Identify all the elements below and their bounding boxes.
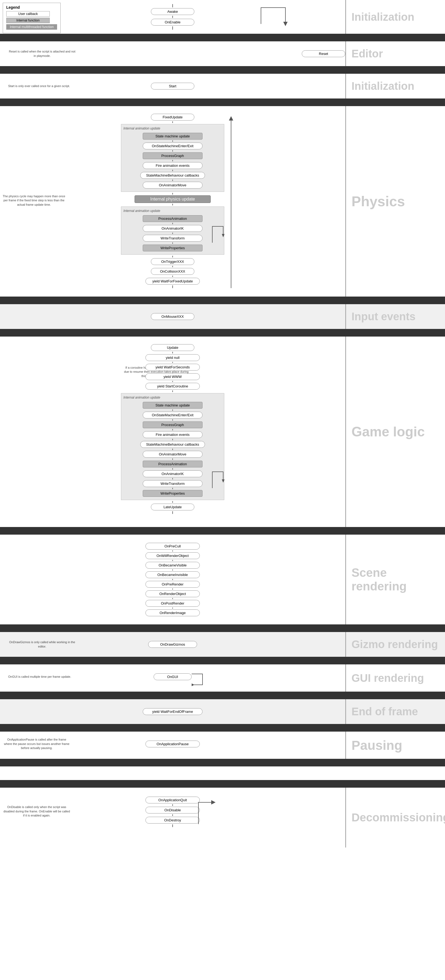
svg-marker-2 [222,479,225,483]
node-onprecull: OnPreCull [146,543,200,550]
divider-3 [0,99,445,106]
decommissioning-diagram: OnDisable is called only when the script… [0,788,345,848]
node-onbecamevisible: OnBecameVisible [146,562,200,569]
node-yieldwaitforseconds: yield WaitForSeconds [146,364,200,371]
inner-box-animation2: Internal animation update ProcessAnimati… [121,207,224,255]
divider-2 [0,66,445,74]
divider-8 [0,657,445,664]
section-endofframe: yield WaitForEndOfFrame End of frame [0,699,445,724]
node-onanimatormove1: OnAnimatorMove [143,182,203,189]
node-update: Update [151,344,194,351]
legend-item-user: User callback [6,11,57,17]
divider-9 [0,692,445,699]
section-initialization2: Start is only ever called once for a giv… [0,74,445,99]
section-label-input: Input events [345,304,445,329]
node-fixedupdate: FixedUpdate [151,114,194,121]
node-reset: Reset [302,50,345,57]
node-yieldstartcoroutine: yield StartCoroutine [146,383,200,390]
node-yieldwaitforendofframe: yield WaitForEndOfFrame [143,708,203,715]
node-onanimatorik-game: OnAnimatorIK [143,471,203,477]
node-onanimatormove-game: OnAnimatorMove [143,451,203,458]
legend-title: Legend [6,5,57,10]
node-start: Start [151,83,194,89]
node-lateupdate: LateUpdate [151,504,194,511]
node-oncollisionxxx: OnCollisionXXX [151,268,194,275]
guirendering-diagram: OnGUI is called multiple time per frame … [0,664,345,692]
node-statemachinebehaviourcallbacks-game: StateMachineBehaviour callbacks [140,441,205,448]
node-onwillrenderobject: OnWillRenderObject [146,552,200,559]
section-label-decommissioning: Decommissioning [345,788,445,848]
section-pausing: OnApplicationPause is called after the f… [0,732,445,759]
node-writetransform-game: WriteTransform [143,480,203,487]
node-onmousexxx: OnMouseXXX [151,313,194,320]
node-onapplicationquit: OnApplicationQuit [146,797,200,803]
node-onrenderimage: OnRenderImage [146,609,200,616]
divider-10 [0,724,445,732]
gamelogic-diagram: Update If a coroutine has yielded previo… [0,337,345,527]
node-processanimation1: ProcessAnimation [143,215,203,222]
section-gamelogic: Update If a coroutine has yielded previo… [0,337,445,527]
inner-box-animation-game: Internal animation update State machine … [121,393,224,500]
editor-diagram: Reset is called when the script is attac… [0,41,345,66]
inner-box-animation-game-label: Internal animation update [124,396,222,399]
node-processgraph1: ProcessGraph [143,152,203,159]
section-guirendering: OnGUI is called multiple time per frame … [0,664,445,692]
section-label-init2: Initialization [345,74,445,99]
spacer [0,767,445,780]
node-onbecameinvisible: OnBecameInvisible [146,571,200,578]
section-label-editor: Editor [345,41,445,66]
init-loop-arrow [258,5,291,27]
divider-1 [0,34,445,41]
node-internalphysicsupdate: Internal physics update [135,195,211,203]
divider-6 [0,527,445,535]
section-label-pausing: Pausing [345,732,445,759]
section-editor: Reset is called when the script is attac… [0,41,445,66]
scenerendering-diagram: OnPreCull OnWillRenderObject OnBecameVis… [0,535,345,624]
node-yieldwaitforfixedupdate: yield WaitForFixedUpdate [146,278,200,285]
legend-box-multithreaded: Internal multithreaded function [6,24,57,30]
node-fireanimationevents-game: Fire animation events [143,431,203,438]
init2-note: Start is only ever called once for a giv… [8,84,70,88]
section-decommissioning: OnDisable is called only when the script… [0,788,445,848]
init2-diagram: Start is only ever called once for a giv… [0,74,345,99]
svg-marker-3 [192,683,194,686]
pausing-note: OnApplicationPause is called after the f… [3,738,71,750]
section-physics: The physics cycle may happen more than o… [0,106,445,297]
eof-diagram: yield WaitForEndOfFrame [0,699,345,724]
gui-loop-arrow [190,673,204,686]
section-label-scenerendering: Scene rendering [345,535,445,624]
node-ondestroy: OnDestroy [146,817,200,824]
node-ondrawgizmos: OnDrawGizmos [148,641,197,648]
section-label-gizmo: Gizmo rendering [345,632,445,657]
section-label-physics: Physics [345,106,445,297]
section-initialization1: Awake OnEnable Initialization [0,0,445,34]
editor-note: Reset is called when the script is attac… [8,49,76,58]
node-statemachineupdate-game: State machine update [143,402,203,409]
physics-diagram: The physics cycle may happen more than o… [0,106,345,297]
node-writeproperties-game: WriteProperties [143,490,203,497]
section-label-gamelogic: Game logic [345,337,445,527]
legend: Legend User callback Internal function I… [3,3,61,33]
node-processanimation-game: ProcessAnimation [143,461,203,468]
gizmorendering-diagram: OnDrawGizmos is only called while workin… [0,632,345,657]
inner-box-animation1: Internal animation update State machine … [121,124,224,192]
node-writetransform1: WriteTransform [143,235,203,242]
gizmo-note: OnDrawGizmos is only called while workin… [8,640,76,649]
physics-note: The physics cycle may happen more than o… [3,194,65,207]
node-ongui: OnGUI [154,673,192,680]
node-awake: Awake [151,8,194,15]
divider-11 [0,759,445,767]
section-label-eof: End of frame [345,699,445,724]
inner-box-animation1-label: Internal animation update [124,127,222,130]
node-onapplicationpause: OnApplicationPause [146,741,200,748]
node-fireanimationevents1: Fire animation events [143,162,203,169]
legend-box-user: User callback [6,11,50,17]
legend-item-multithreaded: Internal multithreaded function [6,24,57,30]
pausing-diagram: OnApplicationPause is called after the f… [0,732,345,759]
section-input: OnMouseXXX Input events [0,304,445,329]
node-processgraph-game: ProcessGraph [143,422,203,428]
legend-box-internal: Internal function [6,18,50,23]
node-onenable: OnEnable [151,19,194,25]
inner-box-animation2-label: Internal animation update [124,209,222,213]
node-onstatemachineenterexit1: OnStateMachineEnter/Exit [143,143,203,150]
